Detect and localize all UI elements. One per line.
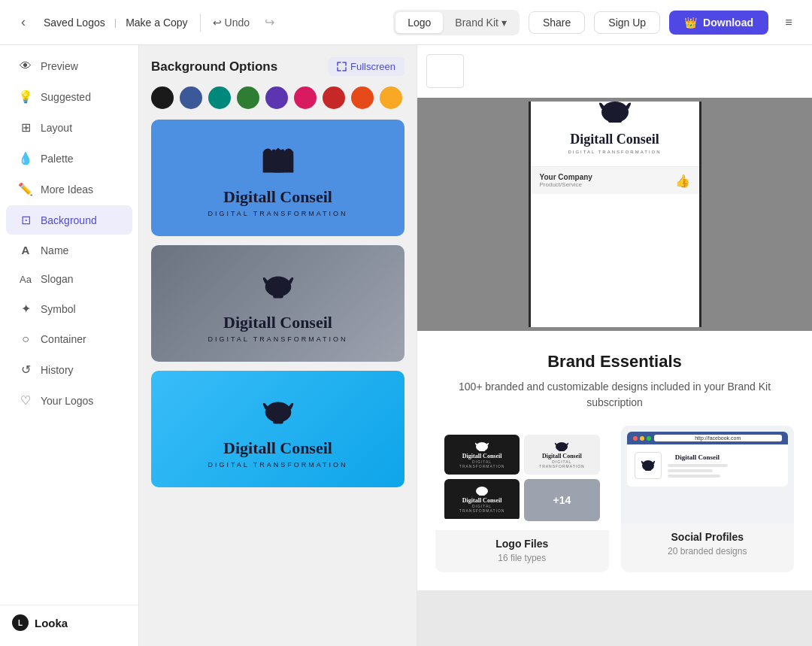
background-icon: ⊡ bbox=[18, 213, 33, 227]
container-icon: ○ bbox=[18, 332, 33, 346]
sidebar-item-preview[interactable]: 👁 Preview bbox=[6, 52, 132, 80]
swatch-red[interactable] bbox=[323, 86, 345, 109]
symbol-icon: ✦ bbox=[18, 302, 33, 316]
slogan-icon: Aa bbox=[18, 274, 33, 285]
svg-rect-3 bbox=[273, 167, 283, 173]
sidebar-item-your-logos[interactable]: ♡ Your Logos bbox=[6, 386, 132, 415]
eye-icon: 👁 bbox=[18, 59, 33, 73]
fullscreen-icon bbox=[337, 62, 347, 71]
logo-name-2: Digitall Conseil bbox=[223, 313, 332, 332]
fb-logo-area: Digitall Conseil bbox=[627, 444, 789, 487]
fullscreen-button[interactable]: Fullscreen bbox=[328, 57, 404, 76]
logo-name-3: Digitall Conseil bbox=[223, 438, 332, 458]
main-layout: 👁 Preview 💡 Suggested ⊞ Layout 💧 Palette… bbox=[0, 45, 812, 646]
svg-text:L: L bbox=[18, 619, 23, 627]
undo-icon: ↩ bbox=[213, 17, 222, 29]
logo-card-2[interactable]: Digitall Conseil DIGITAL TRANSFORMATION bbox=[151, 245, 404, 362]
svg-rect-5 bbox=[273, 293, 283, 299]
tab-logo[interactable]: Logo bbox=[395, 12, 443, 33]
svg-rect-9 bbox=[608, 117, 622, 123]
undo-button[interactable]: ↩ Undo bbox=[213, 17, 250, 29]
panel-title: Background Options bbox=[151, 59, 277, 74]
logo-thumb-symbol-1 bbox=[474, 441, 489, 453]
phone-page-name: Your Company bbox=[540, 173, 592, 181]
phone-company-slogan: DIGITAL TRANSFORMATION bbox=[568, 150, 661, 154]
phone-mockup-section: 10:03 ●●●▶ ≈ ‹ Your Company ↗ bbox=[417, 98, 812, 331]
phone-logo-symbol bbox=[596, 102, 634, 127]
sidebar-item-more-ideas[interactable]: ✏️ More Ideas bbox=[6, 174, 132, 204]
tab-brandkit[interactable]: Brand Kit ▾ bbox=[444, 12, 517, 33]
download-button[interactable]: 👑 Download bbox=[669, 11, 768, 35]
social-profiles-label: Social Profiles bbox=[621, 523, 795, 546]
svg-rect-17 bbox=[645, 468, 651, 471]
logo-thumb-symbol-3 bbox=[474, 485, 489, 497]
logo-files-label: Logo Files bbox=[435, 530, 609, 553]
history-icon: ↺ bbox=[18, 362, 33, 377]
swatch-green[interactable] bbox=[237, 86, 259, 109]
logo-card-3[interactable]: Digitall Conseil DIGITAL TRANSFORMATION bbox=[151, 371, 404, 487]
logo-name-1: Digitall Conseil bbox=[223, 187, 332, 207]
color-swatches bbox=[151, 86, 404, 109]
logo-thumb-dark-2: Digitall Conseil DIGITAL TRANSFORMATION bbox=[444, 479, 520, 521]
svg-rect-13 bbox=[559, 448, 565, 451]
share-button[interactable]: Share bbox=[529, 11, 585, 34]
brand-essentials-description: 100+ branded and customizable designs in… bbox=[457, 379, 773, 411]
fb-line-2 bbox=[668, 469, 713, 472]
fb-placeholder-lines bbox=[668, 464, 728, 478]
swatch-purple[interactable] bbox=[265, 86, 288, 109]
sidebar-item-palette[interactable]: 💧 Palette bbox=[6, 144, 132, 173]
swatch-yellow[interactable] bbox=[380, 86, 402, 109]
heart-icon: ♡ bbox=[18, 393, 33, 408]
preview-top-area bbox=[417, 45, 812, 98]
logo-symbol-2 bbox=[256, 268, 301, 305]
logo-symbol-3 bbox=[256, 393, 301, 431]
saved-logos-link[interactable]: Saved Logos bbox=[44, 17, 105, 29]
palette-icon: 💧 bbox=[18, 151, 33, 165]
make-copy-button[interactable]: Make a Copy bbox=[126, 17, 187, 29]
layout-icon: ⊞ bbox=[18, 120, 33, 135]
brand-essentials-title: Brand Essentials bbox=[435, 352, 794, 372]
center-panel: Background Options Fullscreen bbox=[139, 45, 417, 646]
sidebar-item-slogan[interactable]: Aa Slogan bbox=[6, 265, 132, 293]
logo-symbol-1 bbox=[256, 142, 301, 180]
logo-slogan-1: DIGITAL TRANSFORMATION bbox=[208, 210, 347, 217]
sidebar-item-suggested[interactable]: 💡 Suggested bbox=[6, 82, 132, 111]
sidebar-item-symbol[interactable]: ✦ Symbol bbox=[6, 294, 132, 323]
swatch-black[interactable] bbox=[151, 86, 174, 109]
redo-button[interactable]: ↪ bbox=[259, 12, 280, 33]
hamburger-menu-button[interactable]: ≡ bbox=[777, 11, 800, 34]
social-profiles-sublabel: 20 branded designs bbox=[621, 546, 795, 566]
phone-like-icon: 👍 bbox=[675, 174, 690, 188]
sidebar-item-history[interactable]: ↺ History bbox=[6, 355, 132, 384]
nav-divider bbox=[200, 14, 201, 32]
looka-logo: L Looka bbox=[0, 605, 138, 640]
right-panel: 10:03 ●●●▶ ≈ ‹ Your Company ↗ bbox=[417, 45, 812, 646]
swatch-darkblue[interactable] bbox=[180, 86, 202, 109]
panel-header: Background Options Fullscreen bbox=[151, 57, 404, 76]
social-profiles-card: http://facebook.com bbox=[621, 426, 795, 572]
fb-top-bar: http://facebook.com bbox=[627, 432, 789, 444]
crown-icon: 👑 bbox=[684, 17, 697, 29]
fb-logo-symbol bbox=[640, 459, 656, 472]
brand-essentials-section: Brand Essentials 100+ branded and custom… bbox=[417, 331, 812, 590]
signup-button[interactable]: Sign Up bbox=[594, 11, 660, 34]
sidebar-item-name[interactable]: A Name bbox=[6, 236, 132, 264]
swatch-teal[interactable] bbox=[208, 86, 231, 109]
svg-rect-11 bbox=[479, 448, 485, 451]
swatch-orange[interactable] bbox=[351, 86, 374, 109]
logo-card-1[interactable]: Digitall Conseil DIGITAL TRANSFORMATION bbox=[151, 120, 404, 236]
fb-mockup: http://facebook.com bbox=[627, 432, 789, 487]
fb-company-name: Digitall Conseil bbox=[668, 453, 728, 461]
close-dot bbox=[633, 436, 638, 441]
browser-dots bbox=[633, 436, 651, 441]
sidebar-item-layout[interactable]: ⊞ Layout bbox=[6, 113, 132, 142]
sidebar-item-background[interactable]: ⊡ Background bbox=[6, 205, 132, 235]
swatch-pink[interactable] bbox=[294, 86, 317, 109]
logo-files-sublabel: 16 file types bbox=[435, 553, 609, 572]
sidebar-item-container[interactable]: ○ Container bbox=[6, 325, 132, 353]
minimize-dot bbox=[640, 436, 644, 441]
fb-line-3 bbox=[668, 475, 720, 478]
logo-files-preview: Digitall Conseil DIGITAL TRANSFORMATION bbox=[435, 426, 609, 530]
browser-url: http://facebook.com bbox=[654, 435, 783, 441]
back-button[interactable]: ‹ bbox=[12, 11, 35, 34]
